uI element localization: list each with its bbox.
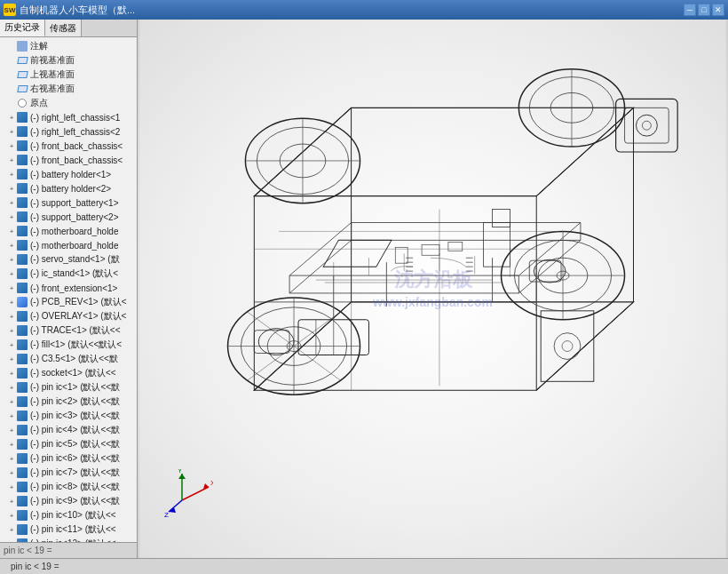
expand-icon[interactable]: + <box>7 227 16 235</box>
expand-icon[interactable]: + <box>7 283 16 292</box>
item-label: (-) front_extension<1> <box>30 283 117 293</box>
expand-origin[interactable] <box>7 99 16 108</box>
tab-history[interactable]: 历史记录 <box>0 20 45 36</box>
item-label: (-) TRACE<1> (默认<< <box>30 324 121 337</box>
window-title: 自制机器人小车模型（默... <box>20 4 684 17</box>
expand-icon[interactable]: + <box>7 355 16 363</box>
item-label: (-) pin ic<5> (默认<<默 <box>30 438 120 450</box>
tree-item-origin[interactable]: 原点 <box>0 96 137 110</box>
annotation-icon <box>16 40 28 52</box>
expand-icon[interactable]: + <box>7 155 16 164</box>
list-item[interactable]: + (-) right_left_chassis<2 <box>0 124 137 139</box>
list-item[interactable]: + (-) pin ic<6> (默认<<默 <box>0 451 137 466</box>
expand-icon[interactable]: + <box>7 312 16 321</box>
svg-line-81 <box>182 487 209 500</box>
item-label: (-) pin ic<2> (默认<<默 <box>30 395 120 408</box>
list-item[interactable]: + (-) motherboard_holde <box>0 238 137 252</box>
list-item[interactable]: + (-) motherboard_holde <box>0 224 137 238</box>
list-item[interactable]: + (-) pin ic<1> (默认<<默 <box>0 380 137 395</box>
window-controls: ─ □ ✕ <box>684 4 724 16</box>
list-item[interactable]: + (-) pin ic<3> (默认<<默 <box>0 409 137 423</box>
expand-icon[interactable]: + <box>7 525 16 534</box>
expand-top-plane[interactable] <box>7 70 16 79</box>
list-item[interactable]: + (-) front_back_chassis< <box>0 139 137 153</box>
list-item[interactable]: + (-) OVERLAY<1> (默认< <box>0 309 137 323</box>
expand-icon[interactable]: + <box>7 212 16 221</box>
list-item[interactable]: + (-) front_extension<1> <box>0 281 137 295</box>
expand-icon[interactable]: + <box>7 184 16 193</box>
expand-icon[interactable]: + <box>7 198 16 207</box>
expand-icon[interactable]: + <box>7 113 16 122</box>
item-label: (-) pin ic<10> (默认<< <box>30 509 116 522</box>
part-icon <box>16 310 28 323</box>
list-item[interactable]: + (-) battery holder<1> <box>0 167 137 181</box>
expand-icon[interactable]: + <box>7 411 16 420</box>
list-item[interactable]: + (-) servo_stand<1> (默 <box>0 252 137 267</box>
expand-front-plane[interactable] <box>7 56 16 65</box>
part-icon <box>16 438 28 450</box>
list-item[interactable]: + (-) pin ic<8> (默认<<默 <box>0 480 137 494</box>
tree-item-right-plane[interactable]: 右视基准面 <box>0 82 137 96</box>
tab-sensors[interactable]: 传感器 <box>45 20 82 36</box>
item-label: (-) pin ic<4> (默认<<默 <box>30 424 120 436</box>
list-item[interactable]: + (-) pin ic<4> (默认<<默 <box>0 423 137 437</box>
svg-line-87 <box>169 500 182 512</box>
expand-icon[interactable]: + <box>7 170 16 179</box>
expand-icon[interactable]: + <box>7 511 16 520</box>
list-item[interactable]: + (-) front_back_chassis< <box>0 153 137 167</box>
maximize-button[interactable]: □ <box>698 4 710 16</box>
expand-right-plane[interactable] <box>7 84 16 93</box>
expand-icon[interactable]: + <box>7 426 16 434</box>
part-icon <box>16 282 28 294</box>
expand-icon[interactable]: + <box>7 497 16 506</box>
plane-icon-right <box>16 83 28 95</box>
close-button[interactable]: ✕ <box>712 4 724 16</box>
feature-tree[interactable]: 注解 前视基准面 上视基准面 <box>0 37 137 542</box>
expand-icon[interactable]: + <box>7 454 16 463</box>
expand-icon[interactable]: + <box>7 326 16 335</box>
tree-item-annotations[interactable]: 注解 <box>0 39 137 53</box>
part-icon <box>16 168 28 180</box>
expand-icon[interactable]: + <box>7 383 16 392</box>
list-item[interactable]: + (-) pin ic<9> (默认<<默 <box>0 494 137 508</box>
list-item[interactable]: + (-) right_left_chassis<1 <box>0 110 137 124</box>
expand-icon[interactable]: + <box>7 269 16 278</box>
expand-icon[interactable]: + <box>7 141 16 150</box>
part-icon <box>16 154 28 166</box>
expand-icon[interactable]: + <box>7 298 16 307</box>
panel-status-bar: pin ic < 19 = <box>0 542 137 558</box>
expand-icon[interactable]: + <box>7 127 16 136</box>
expand-annotations[interactable] <box>7 42 16 51</box>
expand-icon[interactable]: + <box>7 482 16 491</box>
part-icon <box>16 509 28 522</box>
tree-item-top-plane[interactable]: 上视基准面 <box>0 68 137 82</box>
expand-icon[interactable]: + <box>7 241 16 250</box>
list-item[interactable]: + (-) support_battery<1> <box>0 195 137 210</box>
list-item[interactable]: + (-) PCB_REV<1> (默认< <box>0 295 137 309</box>
part-icon <box>16 239 28 251</box>
cad-viewport[interactable]: 沈方沿板 www.jxfangban.com X Y Z <box>138 20 728 558</box>
expand-icon[interactable]: + <box>7 340 16 349</box>
minimize-button[interactable]: ─ <box>684 4 696 16</box>
expand-icon[interactable]: + <box>7 440 16 449</box>
part-icon <box>16 211 28 223</box>
list-item[interactable]: + (-) battery holder<2> <box>0 181 137 195</box>
expand-icon[interactable]: + <box>7 369 16 378</box>
list-item[interactable]: + (-) pin ic<10> (默认<< <box>0 508 137 522</box>
list-item[interactable]: + (-) TRACE<1> (默认<< <box>0 323 137 338</box>
main-area: 历史记录 传感器 注解 前视基准面 <box>0 20 728 558</box>
tree-item-front-plane[interactable]: 前视基准面 <box>0 53 137 68</box>
list-item[interactable]: + (-) pin ic<2> (默认<<默 <box>0 395 137 409</box>
list-item[interactable]: + (-) pin ic<11> (默认<< <box>0 522 137 537</box>
list-item[interactable]: + (-) C3.5<1> (默认<<默 <box>0 352 137 366</box>
list-item[interactable]: + (-) pin ic<7> (默认<<默 <box>0 466 137 480</box>
expand-icon[interactable]: + <box>7 397 16 406</box>
list-item[interactable]: + (-) support_battery<2> <box>0 210 137 224</box>
item-label: (-) pin ic<11> (默认<< <box>30 523 116 536</box>
expand-icon[interactable]: + <box>7 255 16 264</box>
expand-icon[interactable]: + <box>7 468 16 477</box>
list-item[interactable]: + (-) socket<1> (默认<< <box>0 366 137 380</box>
list-item[interactable]: + (-) pin ic<5> (默认<<默 <box>0 437 137 451</box>
list-item[interactable]: + (-) fill<1> (默认<<默认< <box>0 338 137 352</box>
list-item[interactable]: + (-) ic_stand<1> (默认< <box>0 267 137 281</box>
